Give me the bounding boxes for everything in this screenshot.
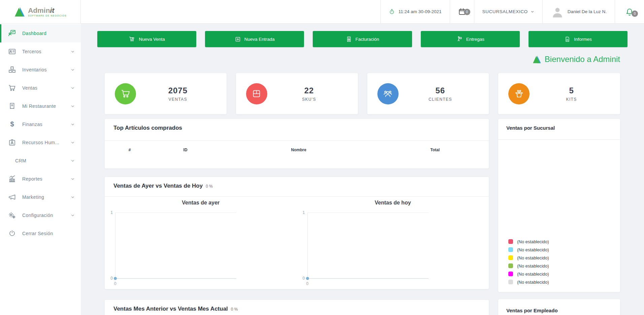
gift-box-icon [508, 83, 530, 104]
brand-name: Adminit [28, 7, 67, 14]
informes-button[interactable]: Informes [529, 31, 628, 47]
sidebar-item-terceros[interactable]: Terceros [0, 42, 81, 61]
package-icon [246, 83, 267, 104]
legend-swatch [508, 263, 513, 268]
chart-ventas-de-ayer: Ventas de ayer 1 0 0 [105, 199, 297, 279]
sidebar-item-recursos-humanos[interactable]: Recursos Hum... [0, 133, 81, 152]
delivery-person-icon [456, 36, 463, 42]
stat-value: 5 [530, 86, 613, 95]
sales-day-percent: 0 % [206, 184, 213, 189]
sidebar-item-label: Terceros [22, 49, 71, 54]
stat-card-skus: 22 SKU'S [236, 73, 358, 114]
stat-value: 22 [267, 86, 351, 95]
x-axis-tick: 0 [306, 281, 309, 286]
top-header: Adminit SOFTWARE DE NEGOCIOS 11:24 am 30… [0, 0, 644, 24]
adminit-triangle-logo [532, 55, 541, 64]
sidebar-item-label: Configuración [22, 213, 71, 218]
data-point [114, 277, 117, 280]
nueva-entrada-button[interactable]: Nueva Entrada [205, 31, 304, 47]
sidebar-item-label: Reportes [22, 176, 71, 182]
id-card-icon [8, 48, 16, 56]
app-logo[interactable]: Adminit SOFTWARE DE NEGOCIOS [0, 0, 81, 23]
chart-plot-area: 1 0 0 [307, 213, 429, 279]
sidebar-nav: Dashboard Terceros Inventarios [0, 24, 81, 315]
sidebar-item-inventarios[interactable]: Inventarios [0, 61, 81, 79]
svg-text:$: $ [348, 39, 349, 40]
plus-square-icon [235, 36, 241, 42]
sidebar-item-label: Recursos Hum... [22, 140, 71, 145]
user-menu[interactable]: Daniel De la Luz N. [542, 0, 615, 23]
y-axis-tick: 1 [303, 210, 305, 215]
chart-ventas-de-hoy: Ventas de hoy 1 0 0 [297, 199, 489, 279]
stat-card-ventas: 2075 VENTAS [105, 73, 227, 114]
column-header: Nombre [216, 148, 381, 152]
sidebar-item-label: Dashboard [22, 31, 75, 36]
legend-label: (No establecido) [517, 263, 549, 269]
svg-text:$: $ [10, 120, 14, 128]
legend-item: (No establecido) [508, 254, 620, 262]
column-header: # [105, 148, 155, 152]
facturacion-button[interactable]: $ Facturación [313, 31, 412, 47]
chevron-down-icon [71, 159, 75, 163]
branch-sales-title: Ventas por Sucursal [506, 125, 555, 131]
sidebar-item-mi-restaurante[interactable]: Mi Restaurante [0, 97, 81, 115]
sidebar-item-marketing[interactable]: Marketing [0, 188, 81, 206]
legend-label: (No establecido) [517, 239, 549, 244]
bar-chart-icon [8, 175, 16, 183]
chevron-down-icon [71, 104, 75, 108]
report-document-icon [564, 36, 571, 42]
datetime-text: 11:24 am 30-09-2021 [398, 9, 441, 14]
sidebar-item-label: Marketing [22, 194, 71, 200]
top-articles-table-header: # ID Nombre Total [105, 141, 489, 152]
nueva-venta-button[interactable]: Nueva Venta [97, 31, 196, 47]
legend-label: (No establecido) [517, 280, 549, 285]
legend-swatch [508, 272, 513, 276]
branch-selector[interactable]: SUCURSALMEXICO [474, 0, 542, 23]
people-icon [377, 83, 399, 104]
chevron-down-icon [71, 68, 75, 72]
main-content: Nueva Venta Nueva Entrada $ Facturación [81, 24, 644, 315]
stat-value: 56 [399, 86, 482, 95]
legend-item: (No establecido) [508, 270, 620, 278]
sidebar-item-finanzas[interactable]: $ Finanzas [0, 115, 81, 133]
y-axis-tick: 0 [110, 276, 113, 281]
stat-card-kits: 5 KITS [498, 73, 620, 114]
legend-swatch [508, 280, 513, 284]
avatar [551, 5, 564, 19]
cart-plus-icon [129, 36, 135, 42]
sales-day-card: Ventas de Ayer vs Ventas de Hoy 0 % Vent… [105, 177, 489, 289]
header-datetime: 11:24 am 30-09-2021 [380, 0, 449, 23]
megaphone-icon [8, 193, 16, 201]
chevron-down-icon [71, 177, 75, 181]
action-button-label: Facturación [355, 37, 379, 42]
action-button-label: Informes [574, 37, 592, 42]
sidebar-item-label: CRM [15, 158, 71, 163]
sidebar-item-reportes[interactable]: Reportes [0, 170, 81, 188]
sidebar-item-cerrar-sesion[interactable]: Cerrar Sesión [0, 224, 81, 243]
legend-item: (No establecido) [508, 262, 620, 270]
branch-name: SUCURSALMEXICO [482, 9, 528, 14]
entregas-button[interactable]: Entregas [421, 31, 520, 47]
sidebar-item-ventas[interactable]: Ventas [0, 79, 81, 97]
stat-label: CLIENTES [399, 97, 482, 102]
sidebar-item-crm[interactable]: CRM [0, 152, 81, 170]
user-name: Daniel De la Luz N. [568, 9, 607, 14]
sidebar-item-configuracion[interactable]: Configuración [0, 206, 81, 224]
sales-month-card: Ventas Mes Anterior vs Ventas Mes Actual… [105, 300, 489, 315]
employee-sales-card: Ventas por Empleado [498, 299, 620, 315]
chevron-down-icon [71, 86, 75, 90]
top-articles-title: Top Artículos comprados [113, 125, 182, 131]
sidebar-item-label: Mi Restaurante [22, 103, 71, 109]
dollar-icon: $ [8, 120, 16, 128]
sidebar-item-label: Ventas [22, 85, 71, 91]
branch-sales-card: Ventas por Sucursal (No establecido) (No… [498, 119, 620, 292]
sidebar-item-dashboard[interactable]: Dashboard [0, 24, 81, 42]
x-axis-tick: 0 [114, 281, 116, 286]
notifications[interactable]: 0 [615, 0, 644, 23]
sidebar-item-label: Cerrar Sesión [22, 231, 75, 236]
header-calendar[interactable]: 0 [450, 0, 474, 23]
pie-legend: (No establecido) (No establecido) (No es… [498, 238, 620, 292]
employee-badge-icon [8, 138, 16, 147]
chart-title: Ventas de hoy [297, 199, 489, 206]
chevron-down-icon [71, 140, 75, 145]
